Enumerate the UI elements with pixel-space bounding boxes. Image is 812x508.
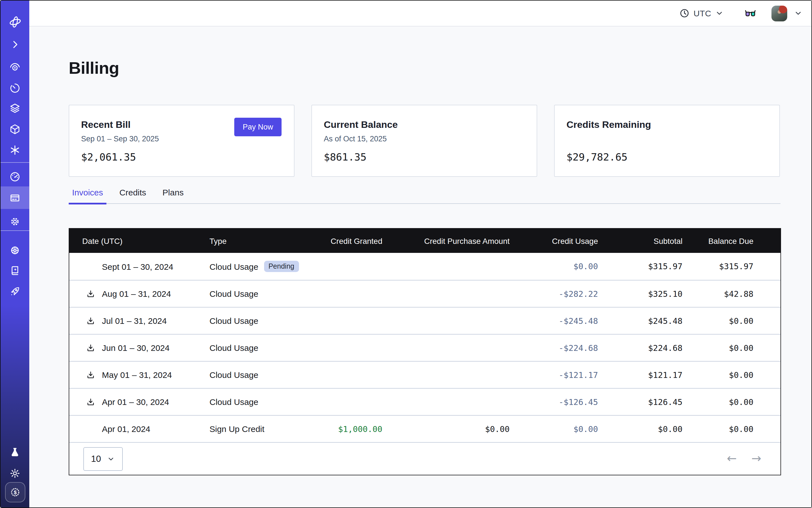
asterisk-icon[interactable] [1,140,29,160]
download-invoice-icon[interactable] [86,316,95,325]
page-title: Billing [69,58,119,78]
date-cell: Apr 01 – 30, 2024 [69,397,210,407]
table-row: May 01 – 31, 2024Cloud Usage-$121.17$121… [69,361,780,388]
amount-cell: $0.00 [682,424,780,433]
user-avatar[interactable] [771,5,787,21]
billing-tabs: InvoicesCreditsPlans [69,187,780,204]
page-size-value: 10 [91,454,101,464]
column-header: Type [210,236,309,245]
svg-text:$: $ [14,490,16,495]
table-row: Jul 01 – 31, 2024Cloud Usage-$245.48$245… [69,307,780,334]
column-header: Subtotal [598,236,682,245]
amount-cell: -$224.68 [510,343,598,352]
amount-cell: $126.45 [598,397,682,406]
amount-cell: $224.68 [598,343,682,352]
billing-page: $ UTC Bil [0,0,812,508]
type-cell: Cloud Usage [210,289,309,298]
column-header: Credit Usage [510,236,598,245]
chevron-down-icon [107,455,115,463]
dashboard-gauge-icon[interactable] [1,166,29,186]
timer-icon[interactable] [1,78,29,98]
amount-cell: $245.48 [598,316,682,325]
card-subtitle: As of Oct 15, 2025 [324,135,387,143]
support-wheel-icon[interactable] [1,240,29,260]
type-cell: Cloud Usage [210,397,309,407]
table-row: Apr 01 – 30, 2024Cloud Usage-$126.45$126… [69,388,780,415]
amount-cell: $0.00 [598,424,682,433]
sidebar-item-billing[interactable] [1,187,29,208]
cube-icon[interactable] [1,119,29,139]
next-page-arrow-right-icon[interactable]: → [752,453,761,465]
amount-cell: $315.97 [598,262,682,271]
amount-cell: $0.00 [510,262,598,271]
sidebar-divider [1,162,29,163]
type-cell: Cloud Usage [210,343,309,352]
table-row: Sept 01 – 30, 2024Cloud UsagePending$0.0… [69,253,780,280]
amount-cell: -$121.17 [510,370,598,379]
tab-plans[interactable]: Plans [159,187,187,203]
chevron-down-icon [715,9,724,17]
amount-cell: $0.00 [510,424,598,433]
collapse-chevron-right-icon[interactable] [1,34,29,55]
rocket-icon[interactable] [1,281,29,301]
amount-cell: $0.00 [682,316,780,325]
download-invoice-icon[interactable] [86,289,95,298]
page-size-select[interactable]: 10 [83,447,123,471]
sidebar-divider [1,230,29,231]
tab-invoices[interactable]: Invoices [69,187,106,203]
table-row: Apr 01, 2024Sign Up Credit$1,000.00$0.00… [69,415,780,442]
topbar: UTC [29,1,811,27]
layers-icon[interactable] [1,98,29,118]
amount-cell: $0.00 [682,397,780,406]
type-cell: Cloud Usage [210,370,309,380]
credits-remaining-card: Credits Remaining $29,782.65 [554,105,780,177]
download-invoice-icon[interactable] [86,343,95,352]
docs-book-icon[interactable] [1,260,29,281]
date-cell: Aug 01 – 31, 2024 [69,289,210,298]
recent-bill-card: Recent Bill Sep 01 – Sep 30, 2025 $2,061… [69,105,295,177]
type-cell: Cloud Usage [210,316,309,326]
card-title: Recent Bill [81,119,131,131]
clock-icon [679,8,689,18]
card-title: Credits Remaining [566,119,651,131]
date-cell: May 01 – 31, 2024 [69,370,210,380]
column-header: Balance Due [682,236,780,245]
download-invoice-icon[interactable] [86,397,95,406]
logo-orbit-icon[interactable] [1,12,29,32]
table-row: Aug 01 – 31, 2024Cloud Usage-$282.22$325… [69,280,780,307]
summary-cards: Recent Bill Sep 01 – Sep 30, 2025 $2,061… [69,105,780,177]
timezone-selector[interactable]: UTC [679,8,724,18]
amount-cell: $315.97 [682,262,780,271]
sidebar: $ [1,1,29,507]
card-amount: $29,782.65 [566,151,628,163]
previous-page-arrow-left-icon[interactable]: ← [727,453,737,465]
card-title: Current Balance [324,119,398,131]
column-header: Credit Purchase Amount [382,236,510,245]
amount-cell: $42.88 [682,289,780,298]
glasses-icon[interactable] [744,7,757,20]
status-badge: Pending [264,261,299,272]
amount-cell: $0.00 [382,424,510,433]
card-subtitle: Sep 01 – Sep 30, 2025 [81,135,159,143]
observe-eye-icon[interactable] [1,57,29,77]
type-cell: Cloud UsagePending [210,261,309,272]
amount-cell: $121.17 [598,370,682,379]
download-invoice-icon[interactable] [86,370,95,379]
settings-gear-icon[interactable] [1,211,29,231]
pay-now-button[interactable]: Pay Now [234,118,282,136]
user-menu-chevron-down-icon[interactable] [794,9,803,17]
invoice-table-body: Sept 01 – 30, 2024Cloud UsagePending$0.0… [69,253,780,442]
pagination-arrows: ← → [727,453,761,465]
tab-credits[interactable]: Credits [116,187,149,203]
flask-icon[interactable] [1,442,29,462]
amount-cell: $325.10 [598,289,682,298]
table-header: Date (UTC) Type Credit Granted Credit Pu… [69,229,780,253]
date-cell: Jun 01 – 30, 2024 [69,343,210,352]
main-content: Billing Recent Bill Sep 01 – Sep 30, 202… [29,27,811,507]
dollar-badge-button[interactable]: $ [5,482,25,502]
type-cell: Sign Up Credit [210,424,309,434]
timezone-label: UTC [693,8,711,18]
brightness-sun-icon[interactable] [1,463,29,483]
amount-cell: -$245.48 [510,316,598,325]
amount-cell: $1,000.00 [309,424,382,433]
